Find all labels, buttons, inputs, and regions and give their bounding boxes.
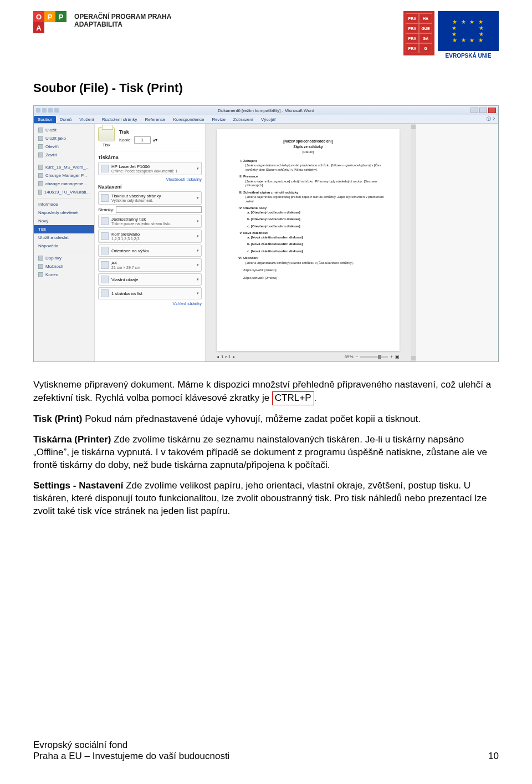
nav-close[interactable]: Zavřít [34,151,94,159]
maximize-button[interactable] [479,108,487,113]
tab-review[interactable]: Revize [208,116,229,123]
nav-saveas[interactable]: Uložit jako [34,134,94,142]
persheet-selector[interactable]: 1 stránka na list ▾ [98,287,202,299]
paragraph-lead: Tisk (Print) [33,414,85,424]
margins-selector[interactable]: Vlastní okraje ▾ [98,273,202,286]
tab-developer[interactable]: Vývojář [257,116,280,123]
close-button[interactable] [488,108,496,113]
addins-icon [38,256,43,261]
tab-file[interactable]: Soubor [34,116,56,123]
recent-item[interactable]: 140619_TU_VWBrati... [34,188,94,196]
chevron-down-icon: ▾ [197,263,199,267]
tab-home[interactable]: Domů [56,116,75,123]
nav-print[interactable]: Tisk [34,225,94,233]
program-title-line1: OPERAČNÍ PROGRAM PRAHA [74,13,171,21]
tab-mailings[interactable]: Korespondence [169,116,208,123]
body-text: Vytiskneme připravený dokument. Máme k d… [33,379,499,517]
chevron-down-icon: ▾ [197,234,199,238]
oppa-letter: A [33,22,44,33]
settings-section-title: Nastavení [98,184,202,190]
save-icon [38,128,43,133]
recent-item[interactable]: kurz_16_MS_Word_... [34,163,94,171]
header-logos: O P P A OPERAČNÍ PROGRAM PRAHA ADAPTABIL… [33,11,499,59]
sides-selector[interactable]: Jednostranný tiskTiskne pouze na jednu s… [98,215,202,228]
stepper-icon[interactable]: ▴▾ [153,138,157,142]
nav-options[interactable]: Možnosti [34,262,94,271]
printer-selector[interactable]: HP LaserJet P1006Offline: Počet čekající… [98,162,202,175]
nav-save[interactable]: Uložit [34,126,94,134]
word-app-window: Dokument6 [režim kompatibility] - Micros… [33,105,499,362]
page-setup-link[interactable]: Vzhled stránky [98,301,202,306]
preview-page: [Název společnosti/oddělení] Zápis ze sc… [217,129,400,351]
chevron-down-icon: ▾ [197,196,199,200]
printer-properties-link[interactable]: Vlastnosti tiskárny [98,177,202,182]
doc-title: [Název společnosti/oddělení] [231,139,385,144]
tab-view[interactable]: Zobrazení [229,116,257,123]
doc-date: [Datum] [231,150,385,155]
doc-icon [38,173,43,178]
nav-help[interactable]: Nápověda [34,242,94,250]
paper-size-selector[interactable]: A421 cm × 29,7 cm ▾ [98,258,202,272]
print-button-icon[interactable] [98,127,115,141]
footer-line1: Evropský sociální fond [33,740,229,751]
page-footer: Evropský sociální fond Praha a EU – Inve… [33,740,499,762]
pages-label: Stránky: [98,207,114,212]
sides-icon [101,217,109,225]
quick-access-toolbar[interactable] [36,108,59,113]
orientation-icon [101,247,109,254]
copies-input[interactable] [134,136,151,144]
saveas-icon [38,136,43,141]
minimize-button[interactable] [470,108,478,113]
eu-logo: ★ ★ ★ ★★ ★★ ★★ ★ ★ ★ EVROPSKÁ UNIE [438,11,499,59]
oppa-letter: P [44,11,55,22]
pages-input[interactable] [116,206,202,213]
paragraph-text: Vytiskneme připravený dokument. Máme k d… [33,379,491,403]
oppa-letter: P [55,11,66,22]
preview-scrollbar[interactable] [411,124,416,362]
keyboard-shortcut: CTRL+P [272,391,314,405]
ribbon-tabs: Soubor Domů Vložení Rozložení stránky Re… [34,115,498,124]
tab-references[interactable]: Reference [141,116,169,123]
page-nav[interactable]: ◂ 1 z 1 ▸ [217,354,235,359]
collate-selector[interactable]: Kompletováno1;2;3 1;2;3 1;2;3 ▾ [98,230,202,243]
print-settings-pane: Tisk Tisk Kopie: ▴▾ Tiskárna HP LaserJe [95,124,206,362]
zoom-slider[interactable] [360,356,388,358]
help-icon[interactable]: ⓘ ? [487,116,495,122]
paragraph-lead: Tiskárna (Printer) [33,434,114,445]
nav-exit[interactable]: Konec [34,271,94,279]
nav-info[interactable]: Informace [34,200,94,208]
nav-share[interactable]: Uložit a odeslat [34,233,94,242]
window-title: Dokument6 [režim kompatibility] - Micros… [218,108,314,113]
pages-icon [101,194,109,202]
printer-icon [101,165,109,172]
eu-label: EVROPSKÁ UNIE [438,53,499,59]
recent-item[interactable]: Change Manager P... [34,171,94,180]
nav-recent[interactable]: Naposledy otevřené [34,208,94,217]
print-scope-selector[interactable]: Tisknout všechny stránkyVytiskne celý do… [98,191,202,205]
zoom-out-button[interactable]: − [356,354,359,359]
zoom-in-button[interactable]: + [390,354,393,359]
doc-subtitle: Zápis ze schůzky [231,145,385,149]
print-heading: Tisk [119,129,157,135]
page-number: 10 [488,751,499,762]
orientation-selector[interactable]: Orientace na výšku ▾ [98,245,202,257]
nav-addins[interactable]: Doplňky [34,254,94,262]
paragraph-lead: Settings - Nastavení [33,480,126,491]
page-title: Soubor (File) - Tisk (Print) [33,81,499,95]
doc-icon [38,165,43,170]
tab-layout[interactable]: Rozložení stránky [98,116,141,123]
chevron-down-icon: ▾ [197,166,199,171]
tab-insert[interactable]: Vložení [75,116,98,123]
oppa-letter: O [33,11,44,22]
close-icon [38,152,43,157]
fit-page-button[interactable]: ▣ [395,354,400,359]
papersize-icon [101,261,109,269]
titlebar: Dokument6 [režim kompatibility] - Micros… [34,106,498,115]
chevron-down-icon: ▾ [197,219,199,223]
recent-item[interactable]: change manageme... [34,180,94,188]
nav-new[interactable]: Nový [34,217,94,225]
margins-icon [101,276,109,283]
nav-open[interactable]: Otevřít [34,142,94,151]
open-icon [38,144,43,149]
copies-label: Kopie: [119,138,132,142]
